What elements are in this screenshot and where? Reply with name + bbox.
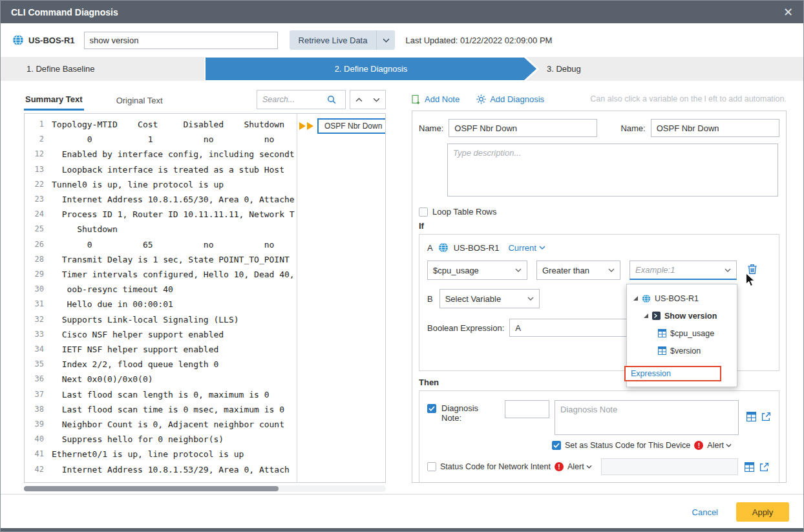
baseline-text-panel: Summary Text Original Text 1Topology-MTI… <box>24 87 386 492</box>
operator-select[interactable]: Greater than <box>536 261 620 280</box>
loop-table-rows-label: Loop Table Rows <box>432 207 497 217</box>
code-lines: 1Topology-MTID Cost Disabled Shutdown2 0… <box>25 117 385 477</box>
search-box <box>257 90 346 109</box>
diagnosis-note-label: Diagnosis Note: <box>441 403 500 423</box>
chevron-up-icon[interactable] <box>355 98 363 102</box>
code-line: 36 Next 0x0(0)/0x0(0) <box>25 372 385 387</box>
marker-label[interactable]: OSPF Nbr Down <box>317 118 386 134</box>
tab-original-text[interactable]: Original Text <box>115 90 164 110</box>
scope-current-label: Current <box>508 243 536 253</box>
code-line: 12 Enabled by interface config, includin… <box>25 147 385 162</box>
diagnosis-marker[interactable]: OSPF Nbr Down <box>299 118 386 134</box>
external-link-icon[interactable] <box>759 462 769 472</box>
code-line: 23 Internet Address 10.8.1.65/30, Area 0… <box>25 192 385 207</box>
value-combo[interactable]: Example:1 <box>629 261 737 280</box>
dropdown-variable-item[interactable]: $version <box>627 342 737 359</box>
table-icon[interactable] <box>746 412 756 421</box>
variable-select[interactable]: $cpu_usage <box>427 261 527 280</box>
horizontal-scrollbar[interactable] <box>24 485 386 492</box>
dialog-footer: Cancel Apply <box>1 494 803 529</box>
dropdown-command-node[interactable]: Show version <box>627 307 737 325</box>
code-line: 37 Last flood scan length is 0, maximum … <box>25 387 385 402</box>
command-icon <box>652 312 661 320</box>
code-line: 30 oob-resync timeout 40 <box>25 282 385 297</box>
diagnosis-note-checkbox[interactable] <box>427 404 436 413</box>
condition-a-controls: $cpu_usage Greater than Example:1 <box>427 261 771 280</box>
cli-output-view[interactable]: 1Topology-MTID Cost Disabled Shutdown2 0… <box>24 113 386 483</box>
add-diagnosis-label: Add Diagnosis <box>490 94 544 104</box>
intent-note-input-disabled <box>601 458 738 475</box>
apply-button[interactable]: Apply <box>736 502 789 522</box>
scrollbar-thumb[interactable] <box>24 486 279 491</box>
step-define-diagnosis[interactable]: 2. Define Diagnosis <box>206 58 536 80</box>
chevron-down-icon <box>527 297 534 301</box>
chevron-down-icon[interactable] <box>377 30 395 50</box>
dropdown-variable-label: $cpu_usage <box>670 329 714 338</box>
variable-dropdown-panel: US-BOS-R1 Show version $cpu_usage $versi… <box>626 284 737 387</box>
status-intent-label: Status Code for Network Intent <box>440 462 551 471</box>
search-input[interactable] <box>262 95 327 104</box>
code-line: 35 Index 2/2, flood queue length 0 <box>25 357 385 372</box>
add-note-button[interactable]: Add Note <box>412 94 460 104</box>
scope-current-dropdown[interactable]: Current <box>508 243 545 253</box>
step-debug[interactable]: 3. Debug <box>547 57 581 81</box>
alert-severity-label: Alert <box>567 462 584 471</box>
description-textarea[interactable] <box>447 144 778 197</box>
chevron-down-icon <box>515 268 522 272</box>
dropdown-expression-item[interactable]: Expression <box>624 366 721 381</box>
tree-expand-icon[interactable] <box>644 314 648 318</box>
dropdown-variable-item[interactable]: $cpu_usage <box>627 325 737 342</box>
code-line: 25 Shutdown <box>25 222 385 237</box>
diagnosis-note-textarea[interactable] <box>555 400 739 435</box>
code-line: 22Tunnel0 is up, line protocol is up <box>25 177 385 192</box>
loop-table-rows-checkbox[interactable] <box>419 207 428 217</box>
diagnosis-name-input[interactable] <box>449 119 597 137</box>
note-color-picker[interactable] <box>505 400 549 418</box>
window-bottom-edge <box>1 528 803 531</box>
step-define-baseline[interactable]: 1. Define Baseline <box>26 57 95 81</box>
code-line: 26 0 65 no no <box>25 237 385 252</box>
code-line: 38 Last flood scan time is 0 msec, maxim… <box>25 402 385 417</box>
note-tools <box>746 412 771 421</box>
tab-summary-text[interactable]: Summary Text <box>24 89 84 111</box>
add-diagnosis-button[interactable]: Add Diagnosis <box>476 94 544 104</box>
code-line: 24 Process ID 1, Router ID 10.11.11.11, … <box>25 207 385 222</box>
retrieve-live-data-button[interactable]: Retrieve Live Data <box>290 30 396 50</box>
note-name-input[interactable] <box>651 119 779 137</box>
alert-icon: ! <box>555 462 564 471</box>
external-link-icon[interactable] <box>761 412 771 421</box>
cancel-button[interactable]: Cancel <box>692 507 718 517</box>
condition-a-label: A <box>427 243 433 253</box>
chevron-down-icon[interactable] <box>373 98 380 102</box>
command-input[interactable] <box>84 32 278 49</box>
boolean-expression-label: Boolean Expression: <box>427 323 504 333</box>
intent-tools <box>745 462 769 472</box>
code-line: 42 Internet Address 10.8.1.53/29, Area 0… <box>25 462 385 477</box>
alert-severity-dropdown[interactable]: Alert <box>707 441 732 450</box>
variable-table-icon <box>658 346 666 355</box>
search-icon[interactable] <box>327 95 336 104</box>
add-note-label: Add Note <box>425 94 460 104</box>
marker-arrow-icon <box>299 120 317 132</box>
wizard-steps: 1. Define Baseline 2. Define Diagnosis 3… <box>1 57 803 81</box>
device-globe-icon <box>12 34 24 46</box>
chevron-down-icon <box>608 268 615 272</box>
close-icon[interactable]: ✕ <box>783 5 793 19</box>
alert-severity-label: Alert <box>707 441 724 450</box>
dropdown-device-node[interactable]: US-BOS-R1 <box>627 290 737 307</box>
name-label: Name: <box>419 123 443 133</box>
status-device-checkbox[interactable] <box>552 441 561 450</box>
diagnosis-note-row: Diagnosis Note: <box>427 400 771 435</box>
status-intent-checkbox[interactable] <box>427 462 436 471</box>
add-note-icon <box>412 94 421 104</box>
table-icon[interactable] <box>745 462 754 472</box>
code-line: 32 Supports Link-local Signaling (LLS) <box>25 312 385 327</box>
gear-icon <box>476 94 486 104</box>
variable-b-select[interactable]: Select Variable <box>439 289 540 308</box>
tree-expand-icon[interactable] <box>633 296 638 301</box>
code-line: 34 IETF NSF helper support enabled <box>25 342 385 357</box>
search-nav-box <box>350 90 386 109</box>
code-line: 13 Loopback interface is treated as a st… <box>25 162 385 177</box>
delete-condition-button[interactable] <box>747 264 757 277</box>
alert-severity-dropdown[interactable]: Alert <box>567 462 592 471</box>
